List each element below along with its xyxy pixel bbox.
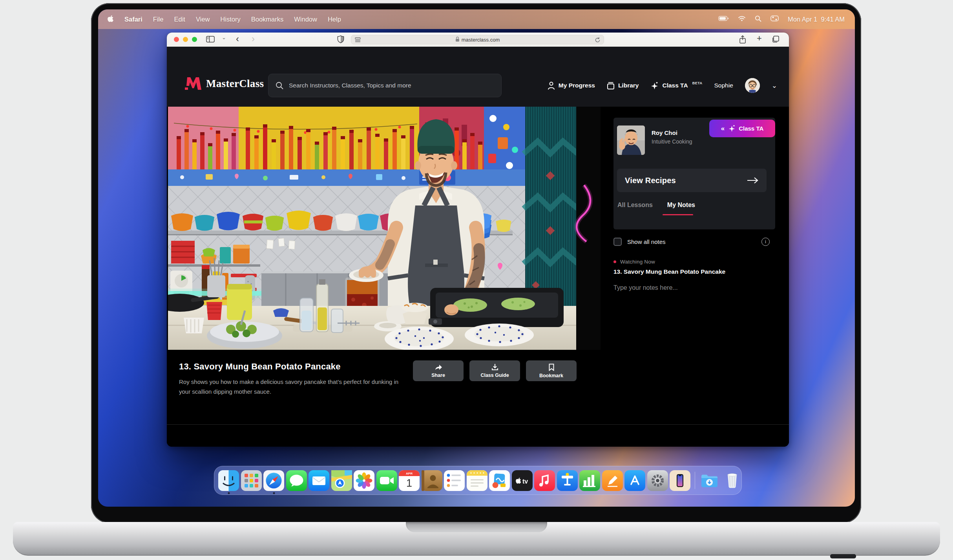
info-icon[interactable]: i — [761, 238, 770, 246]
lid-lift-notch — [406, 522, 547, 532]
notes-input[interactable]: Type your notes here... — [613, 284, 775, 291]
menu-bar-left: Safari File Edit View History Bookmarks … — [108, 15, 341, 24]
dock-separator — [695, 472, 695, 489]
dock-trash-icon[interactable] — [722, 470, 743, 491]
dock-calendar-icon[interactable]: APR1 — [399, 470, 420, 491]
menu-history[interactable]: History — [220, 16, 240, 23]
show-all-notes-label[interactable]: Show all notes — [627, 238, 666, 245]
reload-icon[interactable] — [595, 37, 601, 44]
search-icon[interactable] — [755, 15, 761, 24]
svg-text:APR: APR — [406, 472, 413, 475]
masterclass-logo[interactable]: MasterClass — [185, 76, 264, 91]
collapse-panel-icon[interactable]: « — [721, 125, 724, 133]
close-window-button[interactable] — [174, 37, 179, 42]
dock-photos-icon[interactable] — [354, 470, 374, 491]
class-ta-button[interactable]: « Class TA — [709, 120, 775, 137]
dock-downloads-icon[interactable] — [699, 470, 720, 491]
masterclass-logo-mark — [185, 76, 201, 91]
dock-reminders-icon[interactable] — [444, 470, 465, 491]
masterclass-wordmark: MasterClass — [206, 78, 264, 90]
account-chevron-down-icon[interactable]: ⌄ — [772, 82, 777, 89]
dock-contacts-icon[interactable] — [422, 470, 442, 491]
menu-view[interactable]: View — [196, 16, 210, 23]
download-icon — [491, 364, 498, 371]
menu-help[interactable]: Help — [328, 16, 341, 23]
dock-mail-icon[interactable] — [309, 470, 329, 491]
dock-messages-icon[interactable] — [286, 470, 307, 491]
panel-tabs: All Lessons My Notes — [617, 202, 695, 209]
back-icon[interactable]: ‹ — [236, 33, 239, 44]
sidebar-chevron-icon[interactable]: ⌄ — [222, 35, 226, 40]
sidebar-toggle-icon[interactable] — [206, 36, 215, 44]
dock-numbers-icon[interactable] — [579, 470, 600, 491]
dock-facetime-icon[interactable] — [376, 470, 397, 491]
lesson-page: 13. Savory Mung Bean Potato Pancake Roy … — [167, 107, 789, 447]
share-button[interactable]: Share — [413, 360, 464, 381]
person-icon — [548, 82, 555, 90]
nav-library[interactable]: Library — [607, 82, 639, 90]
dock: APR1 tv — [214, 466, 742, 495]
page-format-icon[interactable] — [355, 37, 361, 44]
menu-bar-clock[interactable]: Mon Apr 1 9:41 AM — [788, 16, 845, 23]
dock-freeform-icon[interactable] — [489, 470, 510, 491]
nav-class-ta[interactable]: Class TABETA — [650, 82, 702, 90]
wifi-icon[interactable] — [738, 15, 746, 23]
privacy-shield-icon[interactable] — [337, 35, 344, 45]
minimize-window-button[interactable] — [183, 37, 188, 42]
user-name: Sophie — [714, 82, 733, 89]
section-divider — [167, 424, 789, 425]
search-bar[interactable]: Search Instructors, Classes, Topics and … — [268, 74, 502, 97]
battery-icon[interactable] — [718, 15, 729, 23]
dock-tv-icon[interactable]: tv — [512, 470, 533, 491]
share-icon[interactable] — [739, 35, 746, 45]
dock-pages-icon[interactable] — [602, 470, 623, 491]
dock-notes-icon[interactable] — [467, 470, 487, 491]
lesson-video[interactable] — [168, 107, 601, 350]
avatar[interactable] — [745, 78, 760, 93]
dock-iphone-mirroring-icon[interactable] — [670, 470, 690, 491]
forward-icon[interactable]: › — [252, 33, 255, 44]
dock-keynote-icon[interactable] — [557, 470, 578, 491]
sparkle-icon — [650, 82, 659, 90]
tab-overview-icon[interactable] — [772, 36, 779, 45]
address-bar[interactable]: masterclass.com — [351, 35, 604, 44]
share-arrow-icon — [435, 364, 442, 371]
dock-finder-icon[interactable] — [218, 470, 239, 491]
new-tab-icon[interactable]: + — [757, 33, 762, 44]
svg-text:tv: tv — [522, 478, 528, 485]
menu-window[interactable]: Window — [294, 16, 317, 23]
dock-safari-icon[interactable] — [263, 470, 284, 491]
dock-launchpad-icon[interactable] — [241, 470, 262, 491]
menu-file[interactable]: File — [153, 16, 164, 23]
dock-music-icon[interactable] — [534, 470, 555, 491]
nav-my-progress[interactable]: My Progress — [548, 82, 595, 90]
tab-my-notes[interactable]: My Notes — [667, 202, 695, 209]
show-all-notes-checkbox[interactable] — [613, 238, 622, 246]
control-center-icon[interactable] — [770, 15, 779, 23]
class-guide-button[interactable]: Class Guide — [469, 360, 520, 381]
desktop: Safari File Edit View History Bookmarks … — [0, 0, 953, 560]
active-tab-underline — [663, 214, 693, 215]
dock-appstore-icon[interactable] — [624, 470, 645, 491]
menu-bookmarks[interactable]: Bookmarks — [251, 16, 284, 23]
apple-menu-icon[interactable] — [108, 15, 114, 24]
arrow-right-icon — [747, 177, 759, 184]
view-recipes-button[interactable]: View Recipes — [617, 169, 767, 192]
macbook-foot — [830, 554, 856, 558]
safari-window: ⌄ ‹ › masterclass.com — [167, 33, 789, 447]
instructor-thumbnail[interactable] — [617, 125, 645, 155]
sparkle-icon — [728, 125, 736, 132]
zoom-window-button[interactable] — [192, 37, 197, 42]
tab-all-lessons[interactable]: All Lessons — [617, 202, 653, 209]
search-icon — [276, 82, 283, 89]
watching-dot — [613, 260, 616, 263]
url-text: masterclass.com — [462, 37, 500, 43]
dock-maps-icon[interactable] — [331, 470, 352, 491]
lesson-description: Roy shows you how to make a delicious sa… — [179, 377, 399, 396]
dock-settings-icon[interactable] — [647, 470, 668, 491]
menu-bar: Safari File Edit View History Bookmarks … — [98, 9, 855, 29]
bookmark-button[interactable]: Bookmark — [526, 360, 577, 381]
menu-app-name[interactable]: Safari — [124, 16, 142, 23]
menu-edit[interactable]: Edit — [174, 16, 185, 23]
class-ta-sidebar: Roy Choi Intuitive Cooking « Class TA Vi… — [613, 118, 775, 291]
